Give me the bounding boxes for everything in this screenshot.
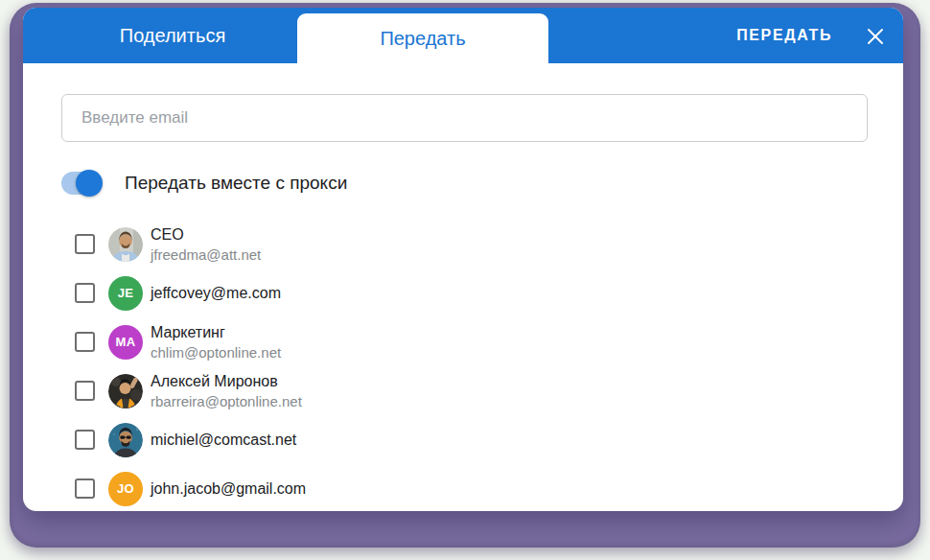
avatar-initials-ma: MA [108, 325, 143, 360]
contact-checkbox[interactable] [75, 478, 95, 499]
contact-email: chlim@optonline.net [151, 342, 281, 362]
page-background: { "dialog": { "tabs": [ { "label": "Поде… [0, 0, 930, 560]
dialog-header: Поделиться Передать ПЕРЕДАТЬ [23, 8, 903, 63]
contact-name: CEO [151, 224, 261, 245]
contact-name: Маркетинг [151, 322, 281, 342]
email-input[interactable] [61, 94, 868, 142]
contact-row-michiel[interactable]: michiel@comcast.net [61, 415, 903, 464]
proxy-toggle-label: Передать вместе с прокси [125, 173, 347, 194]
contact-checkbox[interactable] [75, 381, 95, 401]
toggle-thumb [76, 170, 103, 197]
contact-email: jfreedma@att.net [151, 245, 261, 265]
proxy-toggle-switch[interactable] [61, 172, 100, 195]
close-button[interactable] [863, 24, 888, 49]
dialog-body: Передать вместе с прокси [23, 63, 903, 511]
contact-email: jeffcovey@me.com [151, 285, 281, 302]
tab-share-label: Поделиться [120, 25, 225, 47]
avatar-initials-jo: JO [108, 472, 143, 506]
contact-row-ceo[interactable]: CEO jfreedma@att.net [61, 220, 903, 268]
contact-email: michiel@comcast.net [151, 432, 296, 449]
tab-transfer-label: Передать [380, 28, 465, 50]
transfer-submit-button[interactable]: ПЕРЕДАТЬ [732, 8, 836, 63]
contact-checkbox[interactable] [75, 430, 95, 450]
avatar-photo-michiel [108, 423, 143, 457]
avatar-initials-je: JE [108, 276, 143, 311]
avatar-photo-alexey [108, 374, 143, 408]
contact-checkbox[interactable] [75, 283, 95, 303]
proxy-toggle-row: Передать вместе с прокси [61, 172, 903, 195]
contact-checkbox[interactable] [75, 332, 95, 352]
contact-email: rbarreira@optonline.net [151, 391, 302, 411]
contact-checkbox[interactable] [75, 234, 95, 254]
contact-row-johnjacob[interactable]: JO john.jacob@gmail.com [61, 464, 903, 511]
tab-transfer[interactable]: Передать [297, 13, 548, 63]
contact-email: john.jacob@gmail.com [151, 480, 306, 498]
contact-row-jeffcovey[interactable]: JE jeffcovey@me.com [61, 268, 903, 317]
contact-name: Алексей Миронов [151, 371, 302, 391]
share-dialog: Поделиться Передать ПЕРЕДАТЬ Передать вм… [23, 8, 903, 511]
contact-row-marketing[interactable]: MA Маркетинг chlim@optonline.net [61, 317, 903, 366]
tab-share[interactable]: Поделиться [96, 8, 249, 63]
contact-list: CEO jfreedma@att.net JE jeffcovey@me.com… [61, 220, 903, 511]
avatar-photo-ceo [108, 227, 143, 262]
close-icon [865, 26, 886, 47]
contact-row-alexey[interactable]: Алексей Миронов rbarreira@optonline.net [61, 366, 903, 415]
